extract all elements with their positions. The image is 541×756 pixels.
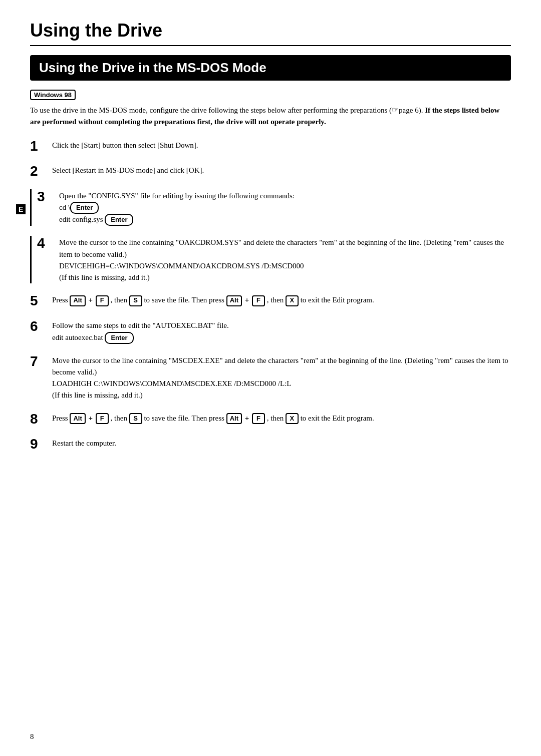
step-content-4: Move the cursor to the line containing "…: [59, 236, 511, 283]
e-marker: E: [16, 204, 26, 214]
step-number-9: 9: [30, 437, 52, 452]
step-4: 4 Move the cursor to the line containing…: [37, 236, 511, 283]
step-number-3: 3: [37, 189, 59, 205]
step-number-8: 8: [30, 412, 52, 427]
step-content-5: Press Alt + F , then S to save the file.…: [52, 293, 511, 306]
page-number: 8: [30, 732, 34, 741]
x-key-2: X: [286, 413, 299, 424]
f-key-1: F: [96, 295, 109, 306]
step-1: 1 Click the [Start] button then select […: [30, 139, 511, 154]
section-header: Using the Drive in the MS-DOS Mode: [30, 55, 511, 81]
windows-badge: Windows 98: [30, 90, 511, 104]
alt-key-1: Alt: [70, 295, 85, 306]
s-key-1: S: [129, 295, 142, 306]
step-3: 3 Open the "CONFIG.SYS" file for editing…: [37, 189, 511, 226]
alt-key-2: Alt: [226, 295, 242, 306]
step-content-8: Press Alt + F , then S to save the file.…: [52, 412, 511, 424]
step-2: 2 Select [Restart in MS-DOS mode] and cl…: [30, 164, 511, 179]
x-key-1: X: [286, 295, 299, 306]
step-number-6: 6: [30, 319, 52, 334]
step-content-9: Restart the computer.: [52, 437, 511, 449]
step-content-7: Move the cursor to the line containing "…: [52, 354, 511, 402]
step-number-1: 1: [30, 139, 52, 154]
alt-key-4: Alt: [226, 413, 242, 424]
s-key-2: S: [129, 413, 142, 424]
step-number-2: 2: [30, 164, 52, 179]
f-key-3: F: [96, 413, 109, 424]
f-key-4: F: [252, 413, 265, 424]
page-title: Using the Drive: [30, 20, 511, 46]
enter-key-1: Enter: [70, 202, 99, 214]
step-8: 8 Press Alt + F , then S to save the fil…: [30, 412, 511, 427]
intro-text: To use the drive in the MS-DOS mode, con…: [30, 104, 511, 128]
step-content-1: Click the [Start] button then select [Sh…: [52, 139, 511, 151]
step-content-6: Follow the same steps to edit the "AUTOE…: [52, 319, 511, 343]
enter-key-3: Enter: [105, 332, 133, 344]
step-content-3: Open the "CONFIG.SYS" file for editing b…: [59, 189, 511, 226]
step-number-7: 7: [30, 354, 52, 369]
alt-key-3: Alt: [70, 413, 85, 424]
step-number-4: 4: [37, 236, 59, 251]
f-key-2: F: [252, 295, 265, 306]
step-7: 7 Move the cursor to the line containing…: [30, 354, 511, 402]
step-9: 9 Restart the computer.: [30, 437, 511, 452]
enter-key-2: Enter: [105, 214, 133, 226]
step-number-5: 5: [30, 293, 52, 309]
step-5: 5 Press Alt + F , then S to save the fil…: [30, 293, 511, 309]
step-content-2: Select [Restart in MS-DOS mode] and clic…: [52, 164, 511, 176]
step-6: 6 Follow the same steps to edit the "AUT…: [30, 319, 511, 343]
